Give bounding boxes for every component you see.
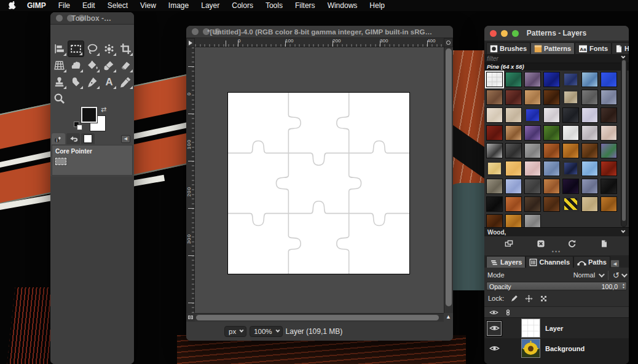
pattern-swatch[interactable] (581, 143, 598, 158)
pattern-scrollbar[interactable] (621, 58, 627, 227)
image-window-titlebar[interactable]: *[Untitled]-4.0 (RGB color 8-bit gamma i… (186, 26, 453, 38)
scroll-up-arrow[interactable]: ▲ (444, 312, 452, 322)
device-tool-icon[interactable] (55, 158, 66, 165)
mode-dropdown[interactable]: Normal (573, 271, 603, 279)
opacity-slider[interactable]: Opacity 100,0 ▲▼ (486, 282, 627, 290)
free-select-tool[interactable] (84, 41, 101, 57)
vertical-ruler[interactable]: 0100200300 (186, 47, 195, 313)
pattern-swatch[interactable] (486, 161, 503, 176)
menu-item-image[interactable]: Image (162, 1, 195, 10)
open-pattern-as-image-button[interactable] (599, 239, 609, 249)
layer-thumbnail[interactable] (521, 319, 540, 338)
pattern-swatch[interactable] (505, 161, 522, 176)
pattern-swatch[interactable] (601, 161, 617, 176)
link-column-icon[interactable] (503, 309, 513, 316)
pattern-swatch[interactable] (601, 179, 617, 194)
menu-item-filters[interactable]: Filters (289, 1, 321, 10)
pattern-swatch[interactable] (562, 125, 579, 141)
pattern-swatch[interactable] (524, 107, 541, 123)
foreground-color-swatch[interactable] (81, 107, 97, 123)
tab-tool-options[interactable]: i (52, 133, 65, 144)
pattern-filter-input[interactable] (487, 54, 610, 63)
menu-item-help[interactable]: Help (363, 1, 391, 10)
pattern-swatch[interactable] (524, 161, 541, 176)
apple-menu-icon[interactable] (9, 1, 16, 10)
delete-pattern-button[interactable] (536, 239, 546, 249)
color-picker-tool[interactable] (117, 74, 134, 90)
pattern-swatch[interactable] (543, 125, 560, 141)
bucket-tool[interactable] (84, 57, 101, 74)
mode-switch-control[interactable]: ↺ (608, 271, 626, 280)
refresh-patterns-button[interactable] (567, 239, 577, 249)
dock-splitter-handle[interactable]: ••• (484, 250, 629, 255)
pattern-swatch[interactable] (562, 90, 579, 105)
menu-item-windows[interactable]: Windows (321, 1, 364, 10)
pattern-swatch[interactable] (505, 143, 522, 158)
clone-tool[interactable] (51, 74, 68, 90)
pattern-swatch[interactable] (581, 72, 598, 87)
panel-collapse-button[interactable]: ◀ (610, 260, 620, 268)
visibility-toggle[interactable] (487, 321, 502, 336)
layer-row-background[interactable]: Background (484, 338, 629, 358)
visibility-toggle[interactable] (487, 341, 502, 356)
alignment-tool[interactable] (51, 41, 68, 57)
canvas-image[interactable] (227, 92, 410, 274)
pattern-swatch[interactable] (486, 107, 503, 123)
pattern-swatch[interactable] (543, 143, 560, 158)
swap-colors-icon[interactable]: ⇄ (101, 106, 106, 114)
pattern-swatch[interactable] (486, 143, 503, 158)
pattern-swatch[interactable] (524, 179, 541, 194)
menu-item-edit[interactable]: Edit (76, 1, 101, 10)
menu-item-view[interactable]: View (134, 1, 162, 10)
pattern-swatch[interactable] (581, 161, 598, 176)
duplicate-pattern-button[interactable] (504, 239, 514, 249)
pattern-tag-filter[interactable]: Wood, (484, 227, 629, 236)
warp-tool[interactable] (68, 57, 84, 74)
pattern-swatch[interactable] (562, 196, 579, 212)
vertical-scrollbar-thumb[interactable] (446, 48, 452, 306)
tab-fonts[interactable]: AaFonts (575, 42, 612, 54)
pattern-swatch[interactable] (505, 90, 522, 105)
pattern-swatch[interactable] (543, 196, 560, 212)
pattern-swatch[interactable] (486, 125, 503, 141)
ink-tool[interactable] (84, 74, 101, 90)
pattern-swatch[interactable] (562, 143, 579, 158)
pattern-swatch[interactable] (505, 125, 522, 141)
pattern-swatch[interactable] (581, 179, 598, 194)
zoom-dropdown[interactable]: 100% (250, 326, 282, 337)
pattern-swatch[interactable] (505, 196, 522, 212)
pattern-swatch[interactable] (486, 196, 503, 212)
eraser-tool[interactable] (117, 57, 134, 74)
pattern-swatch[interactable] (543, 179, 560, 194)
tab-layers[interactable]: Layers (486, 256, 526, 268)
tab-paths[interactable]: Paths (573, 256, 610, 268)
layer-name[interactable]: Layer (545, 325, 563, 332)
pattern-swatch[interactable] (486, 179, 503, 194)
zoom-tool[interactable] (51, 90, 68, 107)
tab-undo-history[interactable] (66, 133, 80, 144)
pattern-swatch[interactable] (562, 107, 579, 123)
text-tool[interactable]: A (101, 74, 117, 90)
tab-channels[interactable]: Channels (526, 256, 573, 268)
pattern-swatch[interactable] (562, 161, 579, 176)
dock-titlebar[interactable]: Patterns - Layers (484, 26, 629, 41)
ruler-origin-button[interactable] (186, 38, 195, 47)
pattern-swatch[interactable] (562, 72, 579, 87)
color-area[interactable]: ⇄ (73, 106, 109, 134)
menu-item-layer[interactable]: Layer (195, 1, 226, 10)
fuzzy-select-tool[interactable] (101, 41, 117, 57)
pattern-swatch[interactable] (562, 179, 579, 194)
pattern-swatch[interactable] (581, 125, 598, 141)
quick-mask-button[interactable] (186, 313, 195, 322)
pattern-swatch[interactable] (581, 107, 598, 123)
pattern-swatch[interactable] (543, 72, 560, 87)
vertical-scrollbar[interactable] (444, 47, 453, 313)
pattern-swatch[interactable] (581, 196, 598, 212)
menu-item-colors[interactable]: Colors (226, 1, 259, 10)
rectangle-select-tool[interactable] (68, 41, 84, 57)
canvas-viewport[interactable] (195, 47, 444, 313)
lock-alpha-button[interactable] (539, 294, 548, 303)
pattern-swatch[interactable] (601, 72, 617, 87)
horizontal-scrollbar[interactable] (195, 313, 444, 322)
pattern-swatch[interactable] (543, 90, 560, 105)
